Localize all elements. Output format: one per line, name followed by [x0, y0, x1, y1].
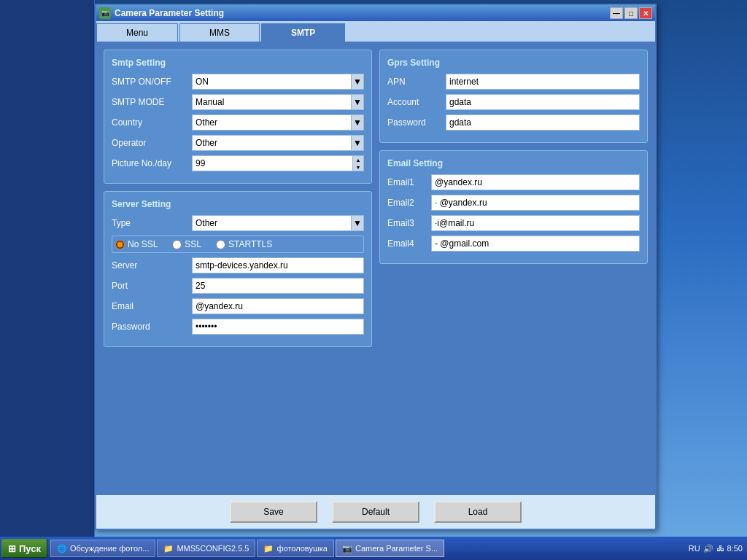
taskbar-camera-label: Camera Parameter S... — [355, 544, 438, 553]
titlebar: 📷 Camera Parameter Setting — □ ✕ — [96, 5, 655, 21]
main-window: 📷 Camera Parameter Setting — □ ✕ Menu MM… — [95, 4, 657, 530]
server-type-select[interactable]: Other Yandex Gmail — [192, 215, 364, 231]
picture-day-input[interactable] — [192, 155, 352, 171]
bottom-buttons: Save Default Load — [96, 494, 655, 529]
taskbar-items: 🌐 Обсуждение фотол... 📁 MMS5CONFIG2.5.5 … — [50, 540, 686, 557]
server-label: Server — [112, 260, 192, 271]
taskbar-right: RU 🔊 🖧 8:50 — [686, 544, 746, 553]
server-row: Server — [112, 257, 364, 273]
server-type-label: Type — [112, 218, 192, 228]
gprs-password-input[interactable] — [446, 114, 640, 131]
ssl-option[interactable]: SSL — [172, 239, 201, 249]
smtp-on-off-label: SMTP ON/OFF — [112, 77, 192, 87]
lang-indicator: RU — [689, 544, 700, 553]
operator-select[interactable]: Other MTS Beeline — [192, 135, 364, 151]
ssl-radio[interactable] — [172, 240, 182, 249]
close-button[interactable]: ✕ — [639, 7, 652, 19]
taskbar: ⊞ Пуск 🌐 Обсуждение фотол... 📁 MMS5CONFI… — [0, 537, 747, 560]
password-input[interactable] — [192, 319, 364, 335]
window-title: Camera Parameter Setting — [115, 8, 610, 18]
operator-label: Operator — [112, 138, 192, 148]
email4-input[interactable] — [431, 236, 640, 252]
smtp-on-off-select[interactable]: ON OFF — [192, 74, 364, 90]
start-label: Пуск — [19, 543, 41, 554]
no-ssl-radio[interactable] — [115, 240, 125, 249]
port-input[interactable] — [192, 278, 364, 294]
taskbar-item-mms[interactable]: 📁 MMS5CONFIG2.5.5 — [157, 540, 255, 557]
account-input[interactable] — [446, 94, 640, 110]
save-button[interactable]: Save — [230, 501, 317, 523]
windows-flag-icon: ⊞ — [8, 543, 16, 554]
no-ssl-option[interactable]: No SSL — [115, 239, 158, 249]
smtp-setting-title: Smtp Setting — [112, 58, 364, 68]
left-column: Smtp Setting SMTP ON/OFF ON OFF ▼ — [104, 50, 372, 354]
taskbar-mms-label: MMS5CONFIG2.5.5 — [177, 544, 249, 553]
mms-folder-icon: 📁 — [163, 544, 174, 553]
password-label: Password — [112, 322, 192, 332]
network-icon: 🖧 — [716, 544, 724, 553]
start-button[interactable]: ⊞ Пуск — [1, 539, 47, 558]
smtp-mode-label: SMTP MODE — [112, 97, 192, 107]
email-setting-section: Email Setting Email1 Email2 Email3 — [379, 150, 648, 264]
email1-label: Email1 — [387, 177, 431, 187]
maximize-button[interactable]: □ — [624, 7, 638, 19]
taskbar-trap-label: фотоловушка — [276, 544, 327, 553]
tab-bar: Menu MMS SMTP — [96, 21, 655, 42]
smtp-on-off-row: SMTP ON/OFF ON OFF ▼ — [112, 74, 364, 90]
volume-icon: 🔊 — [703, 544, 713, 553]
server-type-row: Type Other Yandex Gmail ▼ — [112, 215, 364, 231]
smtp-mode-select[interactable]: Manual Auto — [192, 94, 364, 110]
right-column: Gprs Setting APN Account Password — [379, 50, 648, 354]
account-row: Account — [387, 94, 640, 110]
server-setting-section: Server Setting Type Other Yandex Gmail ▼ — [104, 191, 372, 347]
trap-folder-icon: 📁 — [263, 544, 274, 553]
content-columns: Smtp Setting SMTP ON/OFF ON OFF ▼ — [104, 50, 648, 354]
sidebar — [0, 0, 95, 537]
server-input[interactable] — [192, 257, 364, 273]
starttls-radio[interactable] — [216, 240, 225, 249]
minimize-button[interactable]: — — [610, 7, 623, 19]
operator-row: Operator Other MTS Beeline ▼ — [112, 135, 364, 151]
picture-day-label: Picture No./day — [112, 158, 192, 168]
browser-icon: 🌐 — [57, 544, 67, 553]
picture-day-spin-down[interactable]: ▼ — [353, 163, 363, 171]
gprs-password-row: Password — [387, 114, 640, 131]
starttls-option[interactable]: STARTTLS — [216, 239, 272, 249]
window-content: Smtp Setting SMTP ON/OFF ON OFF ▼ — [96, 42, 655, 494]
default-button[interactable]: Default — [332, 501, 419, 523]
email3-input[interactable] — [431, 215, 640, 231]
email1-input[interactable] — [431, 174, 640, 190]
email-setting-title: Email Setting — [387, 158, 640, 168]
taskbar-browser-label: Обсуждение фотол... — [70, 544, 149, 553]
apn-input[interactable] — [446, 74, 640, 90]
port-row: Port — [112, 278, 364, 294]
email-input[interactable] — [192, 298, 364, 314]
gprs-setting-title: Gprs Setting — [387, 58, 640, 68]
country-select[interactable]: Other Russia — [192, 114, 364, 131]
email2-input[interactable] — [431, 195, 640, 211]
tab-mms[interactable]: MMS — [179, 23, 260, 42]
picture-day-spin-up[interactable]: ▲ — [353, 156, 363, 163]
email2-row: Email2 — [387, 195, 640, 211]
taskbar-item-camera[interactable]: 📷 Camera Parameter S... — [336, 540, 444, 557]
server-type-select-wrapper: Other Yandex Gmail ▼ — [192, 215, 364, 231]
load-button[interactable]: Load — [434, 501, 522, 523]
gprs-password-label: Password — [387, 117, 446, 128]
smtp-on-off-select-wrapper: ON OFF ▼ — [192, 74, 364, 90]
country-row: Country Other Russia ▼ — [112, 114, 364, 131]
email4-label: Email4 — [387, 238, 431, 249]
camera-taskbar-icon: 📷 — [342, 544, 352, 553]
country-label: Country — [112, 117, 192, 128]
taskbar-item-browser[interactable]: 🌐 Обсуждение фотол... — [50, 540, 155, 557]
window-icon: 📷 — [99, 7, 111, 19]
email3-row: Email3 — [387, 215, 640, 231]
gprs-setting-section: Gprs Setting APN Account Password — [379, 50, 648, 143]
password-row: Password — [112, 319, 364, 335]
taskbar-item-trap[interactable]: 📁 фотоловушка — [257, 540, 333, 557]
picture-day-spin: ▲ ▼ — [192, 155, 364, 171]
picture-day-row: Picture No./day ▲ ▼ — [112, 155, 364, 171]
server-setting-title: Server Setting — [112, 199, 364, 209]
email1-row: Email1 — [387, 174, 640, 190]
tab-smtp[interactable]: SMTP — [261, 23, 345, 42]
tab-menu[interactable]: Menu — [96, 23, 178, 42]
